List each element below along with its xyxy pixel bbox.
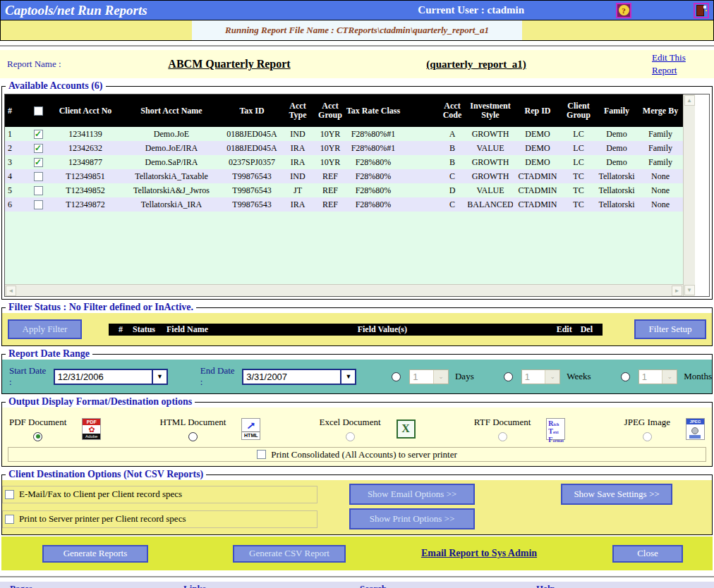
generate-reports-button[interactable]: Generate Reports	[42, 545, 148, 563]
action-button-band: Generate Reports Generate CSV Report Ema…	[1, 537, 713, 570]
months-stepper[interactable]: 1 ⌄	[639, 369, 678, 384]
start-date-label: Start Date :	[9, 365, 48, 388]
months-label: Months	[684, 371, 712, 382]
table-row[interactable]: 5T12349852TellatorskiA&J_JwrosT99876543J…	[5, 183, 683, 197]
excel-radio[interactable]	[346, 432, 355, 441]
print-server-label: Print to Server printer per Client recor…	[19, 513, 186, 525]
html-radio[interactable]	[188, 432, 198, 441]
running-report-box: Running Report File Name : CTReports\cta…	[192, 20, 522, 40]
end-date-value: 3/31/2007	[243, 370, 340, 384]
cell-rep_id: CTADMIN	[513, 169, 562, 183]
chevron-down-icon[interactable]: ▼	[340, 370, 355, 384]
show-save-settings-button[interactable]: Show Save Settings >>	[561, 484, 672, 505]
print-server-row: Print to Server printer per Client recor…	[2, 508, 712, 529]
cell-client_group: LC	[562, 127, 595, 141]
days-radio[interactable]	[392, 372, 401, 381]
jpeg-radio[interactable]	[643, 432, 652, 441]
edit-this-report-link[interactable]: Edit This Report	[652, 51, 711, 76]
chevron-down-icon[interactable]: ▼	[152, 370, 167, 384]
nav-links-link[interactable]: Links	[174, 583, 350, 588]
exit-door-icon[interactable]	[694, 3, 709, 18]
cell-rep_id: CTADMIN	[513, 197, 562, 212]
scroll-up-arrow-icon[interactable]: ▲	[684, 95, 695, 106]
scroll-down-arrow-icon[interactable]: ▼	[684, 285, 695, 295]
row-checkbox[interactable]	[34, 144, 43, 153]
cell-merge_by: None	[639, 183, 682, 197]
spacer-cell	[401, 141, 437, 155]
adobe-pdf-icon: PDF✿Adobe	[82, 418, 101, 440]
print-server-checkbox[interactable]	[5, 515, 14, 524]
cell-tax_rate_class: F28%80%#1	[345, 127, 401, 141]
row-checkbox-cell	[25, 155, 52, 169]
cell-acct_group: 10YR	[315, 155, 345, 169]
filter-setup-button[interactable]: Filter Setup	[634, 319, 706, 339]
row-checkbox[interactable]	[34, 172, 43, 181]
table-row[interactable]: 312349877Demo.SaP/IRA0237SPJ0357IRA10YRF…	[5, 155, 683, 169]
start-date-combobox[interactable]: 12/31/2006 ▼	[54, 369, 168, 385]
months-radio[interactable]	[621, 372, 630, 381]
cell-num: 5	[5, 183, 25, 197]
output-format-section: Output Display Format/Destination option…	[1, 396, 713, 467]
generate-csv-report-button[interactable]: Generate CSV Report	[233, 545, 346, 563]
cell-family: Tellatorski	[595, 169, 639, 183]
select-all-checkbox[interactable]	[34, 106, 43, 116]
show-email-options-button[interactable]: Show Email Options >>	[349, 484, 475, 505]
filter-status-legend: Filter Status : No Filter defined or InA…	[6, 302, 196, 313]
weeks-stepper[interactable]: 1 ⌄	[521, 369, 561, 384]
email-fax-checkbox[interactable]	[5, 490, 14, 499]
apply-filter-button[interactable]: Apply Filter	[8, 319, 82, 339]
table-row[interactable]: 112341139Demo.JoE0188JED045AIND10YRF28%8…	[5, 127, 683, 141]
print-consolidated-row: Print Consolidated (All Accounts) to ser…	[8, 447, 706, 462]
email-report-to-sys-admin-link[interactable]: Email Report to Sys Admin	[346, 548, 612, 559]
cell-acct_group: REF	[315, 197, 345, 212]
cell-acct_code: B	[437, 141, 468, 155]
column-header-acct_code: Acct Code	[437, 94, 468, 127]
table-row[interactable]: 212342632Demo.JoE/IRA0188JED045AIRA10YRF…	[5, 141, 683, 155]
table-row[interactable]: 4T12349851TellatorskiA_TaxableT99876543I…	[5, 169, 683, 183]
available-accounts-legend: Available Accounts (6)	[6, 80, 106, 92]
print-consolidated-checkbox[interactable]	[257, 450, 266, 459]
filter-col-del: Del	[581, 324, 603, 335]
row-checkbox[interactable]	[34, 130, 43, 139]
scroll-left-arrow-icon[interactable]: ◄	[6, 286, 16, 296]
cell-style: VALUE	[468, 183, 513, 197]
footer-nav: Pages Links Search Help	[0, 582, 714, 588]
cell-style: VALUE	[468, 141, 513, 155]
cell-acct_type: JT	[280, 183, 315, 197]
cell-acct_group: REF	[315, 169, 345, 183]
show-print-options-button[interactable]: Show Print Options >>	[349, 508, 475, 529]
nav-help-link[interactable]: Help	[526, 583, 714, 588]
jpeg-label: JPEG Image	[624, 417, 670, 428]
row-checkbox[interactable]	[34, 186, 43, 195]
months-value: 1	[639, 370, 662, 384]
scroll-right-arrow-icon[interactable]: ►	[672, 286, 682, 296]
end-date-combobox[interactable]: 3/31/2007 ▼	[242, 369, 356, 385]
filter-header-bar: # Status Field Name Field Value(s) Edit …	[109, 324, 603, 336]
start-date-value: 12/31/2006	[55, 370, 152, 384]
cell-short_name: Demo.JoE/IRA	[119, 141, 224, 155]
horizontal-scrollbar[interactable]: ◄ ►	[5, 284, 683, 296]
weeks-radio[interactable]	[504, 372, 513, 381]
close-button[interactable]: Close	[612, 545, 683, 563]
nav-search-link[interactable]: Search	[350, 583, 526, 588]
days-stepper[interactable]: 1 ⌄	[409, 369, 449, 384]
cell-family: Tellatorski	[595, 197, 639, 212]
report-date-range-section: Report Date Range Start Date : 12/31/200…	[1, 348, 713, 394]
row-checkbox[interactable]	[34, 200, 43, 209]
report-file-value: (quarterly_report_a1)	[360, 59, 593, 71]
column-header-num: #	[5, 94, 25, 127]
help-icon[interactable]: ?	[616, 3, 631, 18]
nav-pages-link[interactable]: Pages	[0, 583, 174, 588]
html-option: HTML Document ➞HTML	[160, 417, 261, 441]
pdf-radio[interactable]	[33, 432, 42, 441]
table-row[interactable]: 6T12349872TellatorskiA_IRAT99876543IRARE…	[5, 197, 683, 212]
cell-num: 4	[5, 169, 25, 183]
divider	[0, 45, 714, 47]
rtf-radio[interactable]	[498, 432, 507, 441]
vertical-scrollbar[interactable]: ▲ ▼	[683, 94, 695, 296]
cell-num: 2	[5, 141, 25, 155]
row-checkbox[interactable]	[34, 158, 43, 167]
cell-family: Tellatorski	[595, 183, 639, 197]
top-block: Captools/net Run Reports Current User : …	[0, 0, 714, 41]
cell-acct_code: C	[437, 197, 468, 212]
